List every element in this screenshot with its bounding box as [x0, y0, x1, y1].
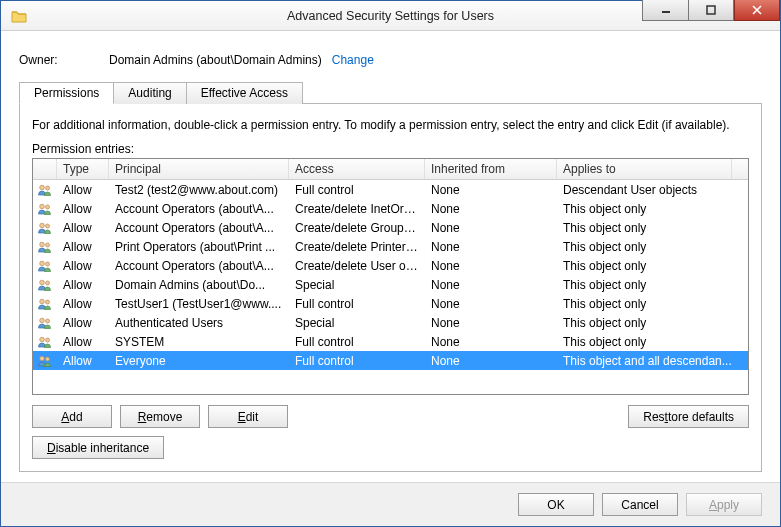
svg-point-8	[40, 223, 45, 228]
cell-principal: Test2 (test2@www.about.com)	[109, 183, 289, 197]
cell-principal: Print Operators (about\Print ...	[109, 240, 289, 254]
inheritance-buttons: Disable inheritance	[32, 436, 749, 459]
remove-button[interactable]: Remove	[120, 405, 200, 428]
cell-applies: This object only	[557, 240, 748, 254]
tab-permissions[interactable]: Permissions	[19, 82, 114, 104]
table-row[interactable]: AllowAccount Operators (about\A...Create…	[33, 256, 748, 275]
cell-access: Special	[289, 278, 425, 292]
table-row[interactable]: AllowAccount Operators (about\A...Create…	[33, 199, 748, 218]
grid-body[interactable]: AllowTest2 (test2@www.about.com)Full con…	[33, 180, 748, 394]
column-access[interactable]: Access	[289, 159, 425, 179]
svg-rect-1	[707, 6, 715, 14]
svg-point-7	[46, 205, 50, 209]
cell-applies: This object only	[557, 297, 748, 311]
add-button[interactable]: Add	[32, 405, 112, 428]
cell-inherited: None	[425, 202, 557, 216]
users-icon	[33, 316, 57, 330]
permissions-grid: Type Principal Access Inherited from App…	[32, 158, 749, 395]
cancel-button[interactable]: Cancel	[602, 493, 678, 516]
close-button[interactable]	[734, 0, 780, 21]
maximize-button[interactable]	[688, 0, 734, 21]
minimize-icon	[661, 5, 671, 15]
users-icon	[33, 221, 57, 235]
change-owner-link[interactable]: Change	[332, 53, 374, 67]
cell-principal: Everyone	[109, 354, 289, 368]
cell-inherited: None	[425, 221, 557, 235]
cell-principal: Account Operators (about\A...	[109, 202, 289, 216]
cell-access: Create/delete InetOrg...	[289, 202, 425, 216]
disable-inheritance-button[interactable]: Disable inheritance	[32, 436, 164, 459]
cell-access: Create/delete Printer o...	[289, 240, 425, 254]
svg-point-10	[40, 242, 45, 247]
svg-point-23	[46, 357, 50, 361]
cell-inherited: None	[425, 240, 557, 254]
svg-point-21	[46, 338, 50, 342]
svg-point-15	[46, 281, 50, 285]
tab-content: For additional information, double-click…	[19, 104, 762, 472]
body: Owner: Domain Admins (about\Domain Admin…	[1, 31, 780, 482]
table-row[interactable]: AllowEveryoneFull controlNoneThis object…	[33, 351, 748, 370]
cell-inherited: None	[425, 354, 557, 368]
cell-applies: This object only	[557, 259, 748, 273]
svg-point-5	[46, 186, 50, 190]
svg-point-22	[40, 356, 45, 361]
table-row[interactable]: AllowDomain Admins (about\Do...SpecialNo…	[33, 275, 748, 294]
tab-effective-access[interactable]: Effective Access	[187, 82, 303, 104]
entries-label: Permission entries:	[32, 142, 749, 156]
cell-applies: Descendant User objects	[557, 183, 748, 197]
dialog-footer: OK Cancel Apply	[1, 482, 780, 526]
users-icon	[33, 354, 57, 368]
svg-point-20	[40, 337, 45, 342]
restore-defaults-button[interactable]: Resttore defaults	[628, 405, 749, 428]
cell-principal: Account Operators (about\A...	[109, 221, 289, 235]
titlebar: Advanced Security Settings for Users	[1, 1, 780, 31]
cell-access: Full control	[289, 354, 425, 368]
maximize-icon	[706, 5, 716, 15]
column-type[interactable]: Type	[57, 159, 109, 179]
column-applies[interactable]: Applies to	[557, 159, 732, 179]
cell-type: Allow	[57, 335, 109, 349]
svg-point-11	[46, 243, 50, 247]
cell-inherited: None	[425, 335, 557, 349]
grid-buttons: Add Remove Edit Resttore defaults	[32, 405, 749, 428]
folder-icon	[11, 9, 27, 23]
users-icon	[33, 240, 57, 254]
cell-applies: This object only	[557, 335, 748, 349]
table-row[interactable]: AllowAuthenticated UsersSpecialNoneThis …	[33, 313, 748, 332]
cell-access: Create/delete User obj...	[289, 259, 425, 273]
tab-auditing[interactable]: Auditing	[114, 82, 186, 104]
table-row[interactable]: AllowTest2 (test2@www.about.com)Full con…	[33, 180, 748, 199]
users-icon	[33, 335, 57, 349]
table-row[interactable]: AllowTestUser1 (TestUser1@www....Full co…	[33, 294, 748, 313]
cell-inherited: None	[425, 297, 557, 311]
cell-inherited: None	[425, 183, 557, 197]
cell-type: Allow	[57, 240, 109, 254]
svg-point-12	[40, 261, 45, 266]
owner-row: Owner: Domain Admins (about\Domain Admin…	[19, 53, 762, 67]
edit-button[interactable]: Edit	[208, 405, 288, 428]
cell-applies: This object only	[557, 278, 748, 292]
svg-point-17	[46, 300, 50, 304]
apply-button[interactable]: Apply	[686, 493, 762, 516]
table-row[interactable]: AllowAccount Operators (about\A...Create…	[33, 218, 748, 237]
column-inherited[interactable]: Inherited from	[425, 159, 557, 179]
column-icon[interactable]	[33, 159, 57, 179]
svg-point-19	[46, 319, 50, 323]
users-icon	[33, 297, 57, 311]
close-icon	[752, 5, 762, 15]
svg-point-14	[40, 280, 45, 285]
cell-access: Special	[289, 316, 425, 330]
instructions-text: For additional information, double-click…	[32, 118, 749, 132]
cell-access: Full control	[289, 335, 425, 349]
minimize-button[interactable]	[642, 0, 688, 21]
cell-principal: TestUser1 (TestUser1@www....	[109, 297, 289, 311]
users-icon	[33, 202, 57, 216]
column-principal[interactable]: Principal	[109, 159, 289, 179]
svg-point-6	[40, 204, 45, 209]
cell-type: Allow	[57, 354, 109, 368]
table-row[interactable]: AllowSYSTEMFull controlNoneThis object o…	[33, 332, 748, 351]
cell-principal: SYSTEM	[109, 335, 289, 349]
ok-button[interactable]: OK	[518, 493, 594, 516]
owner-label: Owner:	[19, 53, 109, 67]
table-row[interactable]: AllowPrint Operators (about\Print ...Cre…	[33, 237, 748, 256]
